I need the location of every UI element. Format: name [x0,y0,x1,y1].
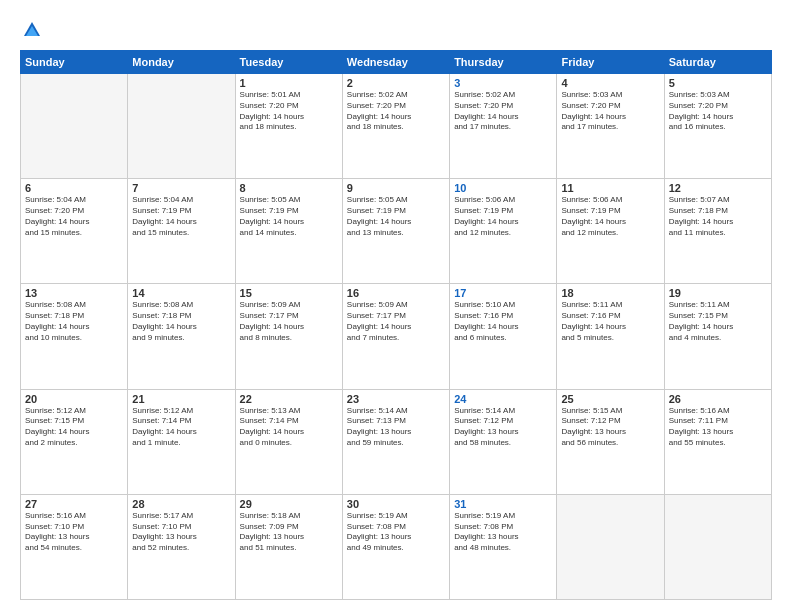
calendar-cell: 7Sunrise: 5:04 AM Sunset: 7:19 PM Daylig… [128,179,235,284]
day-info: Sunrise: 5:05 AM Sunset: 7:19 PM Dayligh… [347,195,445,238]
day-number: 12 [669,182,767,194]
day-info: Sunrise: 5:19 AM Sunset: 7:08 PM Dayligh… [347,511,445,554]
day-number: 3 [454,77,552,89]
day-info: Sunrise: 5:08 AM Sunset: 7:18 PM Dayligh… [25,300,123,343]
day-number: 26 [669,393,767,405]
day-number: 24 [454,393,552,405]
calendar-cell: 31Sunrise: 5:19 AM Sunset: 7:08 PM Dayli… [450,494,557,599]
calendar-cell: 1Sunrise: 5:01 AM Sunset: 7:20 PM Daylig… [235,74,342,179]
calendar-cell: 11Sunrise: 5:06 AM Sunset: 7:19 PM Dayli… [557,179,664,284]
calendar-cell: 21Sunrise: 5:12 AM Sunset: 7:14 PM Dayli… [128,389,235,494]
day-info: Sunrise: 5:03 AM Sunset: 7:20 PM Dayligh… [561,90,659,133]
week-row-3: 13Sunrise: 5:08 AM Sunset: 7:18 PM Dayli… [21,284,772,389]
calendar-cell: 20Sunrise: 5:12 AM Sunset: 7:15 PM Dayli… [21,389,128,494]
calendar-cell: 24Sunrise: 5:14 AM Sunset: 7:12 PM Dayli… [450,389,557,494]
day-info: Sunrise: 5:13 AM Sunset: 7:14 PM Dayligh… [240,406,338,449]
calendar-cell: 25Sunrise: 5:15 AM Sunset: 7:12 PM Dayli… [557,389,664,494]
weekday-header-sunday: Sunday [21,51,128,74]
calendar-cell: 28Sunrise: 5:17 AM Sunset: 7:10 PM Dayli… [128,494,235,599]
day-number: 28 [132,498,230,510]
calendar-cell: 18Sunrise: 5:11 AM Sunset: 7:16 PM Dayli… [557,284,664,389]
calendar-cell: 2Sunrise: 5:02 AM Sunset: 7:20 PM Daylig… [342,74,449,179]
calendar-cell: 27Sunrise: 5:16 AM Sunset: 7:10 PM Dayli… [21,494,128,599]
day-info: Sunrise: 5:11 AM Sunset: 7:15 PM Dayligh… [669,300,767,343]
logo [20,18,48,42]
calendar-cell: 17Sunrise: 5:10 AM Sunset: 7:16 PM Dayli… [450,284,557,389]
day-number: 30 [347,498,445,510]
calendar-cell: 6Sunrise: 5:04 AM Sunset: 7:20 PM Daylig… [21,179,128,284]
day-number: 5 [669,77,767,89]
day-info: Sunrise: 5:05 AM Sunset: 7:19 PM Dayligh… [240,195,338,238]
day-info: Sunrise: 5:16 AM Sunset: 7:10 PM Dayligh… [25,511,123,554]
calendar-cell: 10Sunrise: 5:06 AM Sunset: 7:19 PM Dayli… [450,179,557,284]
day-info: Sunrise: 5:06 AM Sunset: 7:19 PM Dayligh… [454,195,552,238]
day-number: 15 [240,287,338,299]
day-number: 14 [132,287,230,299]
day-number: 18 [561,287,659,299]
day-number: 27 [25,498,123,510]
day-number: 25 [561,393,659,405]
weekday-header-wednesday: Wednesday [342,51,449,74]
day-info: Sunrise: 5:16 AM Sunset: 7:11 PM Dayligh… [669,406,767,449]
day-number: 7 [132,182,230,194]
day-number: 22 [240,393,338,405]
calendar-cell: 3Sunrise: 5:02 AM Sunset: 7:20 PM Daylig… [450,74,557,179]
calendar-cell: 5Sunrise: 5:03 AM Sunset: 7:20 PM Daylig… [664,74,771,179]
day-info: Sunrise: 5:08 AM Sunset: 7:18 PM Dayligh… [132,300,230,343]
day-number: 16 [347,287,445,299]
day-number: 2 [347,77,445,89]
day-info: Sunrise: 5:14 AM Sunset: 7:12 PM Dayligh… [454,406,552,449]
day-info: Sunrise: 5:12 AM Sunset: 7:14 PM Dayligh… [132,406,230,449]
day-number: 20 [25,393,123,405]
day-info: Sunrise: 5:09 AM Sunset: 7:17 PM Dayligh… [240,300,338,343]
calendar-cell: 22Sunrise: 5:13 AM Sunset: 7:14 PM Dayli… [235,389,342,494]
day-number: 21 [132,393,230,405]
calendar-cell: 4Sunrise: 5:03 AM Sunset: 7:20 PM Daylig… [557,74,664,179]
day-number: 4 [561,77,659,89]
weekday-header-saturday: Saturday [664,51,771,74]
calendar-cell: 8Sunrise: 5:05 AM Sunset: 7:19 PM Daylig… [235,179,342,284]
calendar-cell: 15Sunrise: 5:09 AM Sunset: 7:17 PM Dayli… [235,284,342,389]
calendar-cell: 19Sunrise: 5:11 AM Sunset: 7:15 PM Dayli… [664,284,771,389]
day-info: Sunrise: 5:04 AM Sunset: 7:19 PM Dayligh… [132,195,230,238]
calendar-cell [128,74,235,179]
calendar-cell [557,494,664,599]
weekday-header-row: SundayMondayTuesdayWednesdayThursdayFrid… [21,51,772,74]
day-info: Sunrise: 5:17 AM Sunset: 7:10 PM Dayligh… [132,511,230,554]
day-number: 1 [240,77,338,89]
day-number: 23 [347,393,445,405]
day-number: 6 [25,182,123,194]
day-number: 10 [454,182,552,194]
calendar-cell: 14Sunrise: 5:08 AM Sunset: 7:18 PM Dayli… [128,284,235,389]
calendar-cell: 9Sunrise: 5:05 AM Sunset: 7:19 PM Daylig… [342,179,449,284]
day-info: Sunrise: 5:12 AM Sunset: 7:15 PM Dayligh… [25,406,123,449]
week-row-4: 20Sunrise: 5:12 AM Sunset: 7:15 PM Dayli… [21,389,772,494]
page: SundayMondayTuesdayWednesdayThursdayFrid… [0,0,792,612]
header [20,18,772,42]
day-number: 31 [454,498,552,510]
weekday-header-monday: Monday [128,51,235,74]
day-number: 29 [240,498,338,510]
week-row-1: 1Sunrise: 5:01 AM Sunset: 7:20 PM Daylig… [21,74,772,179]
day-info: Sunrise: 5:11 AM Sunset: 7:16 PM Dayligh… [561,300,659,343]
calendar-cell: 30Sunrise: 5:19 AM Sunset: 7:08 PM Dayli… [342,494,449,599]
logo-icon [20,18,44,42]
calendar-cell [664,494,771,599]
day-number: 19 [669,287,767,299]
day-info: Sunrise: 5:02 AM Sunset: 7:20 PM Dayligh… [347,90,445,133]
calendar-cell: 12Sunrise: 5:07 AM Sunset: 7:18 PM Dayli… [664,179,771,284]
week-row-5: 27Sunrise: 5:16 AM Sunset: 7:10 PM Dayli… [21,494,772,599]
day-info: Sunrise: 5:15 AM Sunset: 7:12 PM Dayligh… [561,406,659,449]
weekday-header-friday: Friday [557,51,664,74]
calendar-cell: 26Sunrise: 5:16 AM Sunset: 7:11 PM Dayli… [664,389,771,494]
day-number: 8 [240,182,338,194]
day-info: Sunrise: 5:01 AM Sunset: 7:20 PM Dayligh… [240,90,338,133]
weekday-header-thursday: Thursday [450,51,557,74]
day-info: Sunrise: 5:03 AM Sunset: 7:20 PM Dayligh… [669,90,767,133]
day-info: Sunrise: 5:18 AM Sunset: 7:09 PM Dayligh… [240,511,338,554]
week-row-2: 6Sunrise: 5:04 AM Sunset: 7:20 PM Daylig… [21,179,772,284]
day-info: Sunrise: 5:19 AM Sunset: 7:08 PM Dayligh… [454,511,552,554]
day-info: Sunrise: 5:07 AM Sunset: 7:18 PM Dayligh… [669,195,767,238]
weekday-header-tuesday: Tuesday [235,51,342,74]
day-info: Sunrise: 5:02 AM Sunset: 7:20 PM Dayligh… [454,90,552,133]
